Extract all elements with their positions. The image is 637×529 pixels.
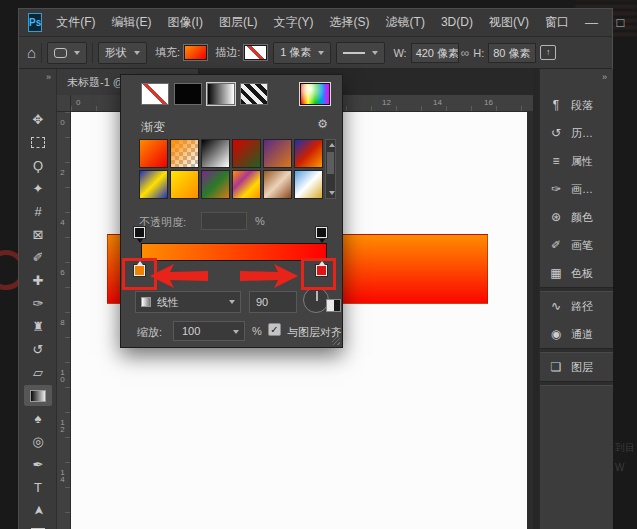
brush-tool[interactable]: ✑ <box>24 293 52 314</box>
dock-item-layers[interactable]: ❏图层 <box>540 353 613 381</box>
right-arrow-icon <box>240 264 298 288</box>
gradient-preset[interactable] <box>201 170 230 199</box>
gradient-preset[interactable] <box>294 139 323 168</box>
dock-item-swatches[interactable]: ▦色板 <box>540 259 613 287</box>
dock-item-label: 历… <box>571 126 593 141</box>
gradient-style-dropdown[interactable]: 线性 <box>135 291 241 313</box>
scroll-down-icon[interactable] <box>329 191 335 195</box>
opacity-stop-right[interactable] <box>316 227 327 238</box>
gradient-preset[interactable] <box>201 139 230 168</box>
dock-item-brushes[interactable]: ✐画笔 <box>540 231 613 259</box>
gradient-preset[interactable] <box>263 170 292 199</box>
solid-fill-button[interactable] <box>174 83 202 105</box>
color-picker-button[interactable] <box>300 83 330 105</box>
height-input[interactable]: 80 像素 <box>488 43 536 63</box>
crop-tool[interactable]: # <box>24 201 52 222</box>
menu-item[interactable]: 图层(L) <box>211 9 266 36</box>
brush-settings-icon: ✑ <box>548 182 564 196</box>
gradient-preset[interactable] <box>170 139 199 168</box>
eraser-tool[interactable]: ▱ <box>24 362 52 383</box>
magic-wand-tool[interactable]: ✦ <box>24 178 52 199</box>
gradient-preset[interactable] <box>232 170 261 199</box>
panel-resize-grip[interactable] <box>332 337 340 345</box>
tool-mode-dropdown[interactable]: 形状 <box>98 42 147 64</box>
dock-item-paths[interactable]: ∿路径 <box>540 292 613 320</box>
history-brush-tool[interactable]: ↺ <box>24 339 52 360</box>
brush-tool-icon: ✑ <box>33 296 44 311</box>
rectangle-tool[interactable] <box>24 523 52 529</box>
ruler-vertical: 024681 01 21 4 <box>57 112 71 529</box>
gradient-fill-button[interactable] <box>207 83 235 105</box>
menu-item[interactable]: 滤镜(T) <box>378 9 433 36</box>
solid-line-icon <box>343 52 365 54</box>
move-tool[interactable]: ✥ <box>24 109 52 130</box>
width-input[interactable]: 420 像素 <box>411 43 459 63</box>
link-dimensions-icon[interactable]: ∞ <box>461 46 470 60</box>
clone-stamp-tool[interactable]: ♜ <box>24 316 52 337</box>
reverse-gradient-icon[interactable] <box>326 299 341 312</box>
gradient-preset[interactable] <box>263 139 292 168</box>
gear-icon[interactable]: ⚙ <box>317 117 328 131</box>
pattern-fill-button[interactable] <box>240 83 268 105</box>
gradient-tool[interactable] <box>24 385 52 406</box>
gradient-preset[interactable] <box>139 170 168 199</box>
healing-brush-tool[interactable]: ✚ <box>24 270 52 291</box>
dock-item-history[interactable]: ↺历… <box>540 119 613 147</box>
menu-item[interactable]: 选择(S) <box>322 9 378 36</box>
watermark-text: 到目W <box>615 438 635 478</box>
scrollbar-thumb[interactable] <box>327 152 334 174</box>
gradient-preset[interactable] <box>232 139 261 168</box>
menu-item[interactable]: 文件(F) <box>48 9 103 36</box>
export-icon[interactable]: ↑ <box>540 45 556 60</box>
gradient-preset[interactable] <box>294 170 323 199</box>
stroke-width-dropdown[interactable]: 1 像素 <box>273 42 331 64</box>
gradient-preset[interactable] <box>170 170 199 199</box>
dock-item-color[interactable]: ⊛颜色 <box>540 203 613 231</box>
maximize-button[interactable]: □ <box>606 9 635 36</box>
dock-item-paragraph[interactable]: ¶段落 <box>540 91 613 119</box>
path-selection-tool[interactable]: ➤ <box>24 500 52 521</box>
window-controls: — □ × <box>577 9 637 36</box>
dock-item-brush-settings[interactable]: ✑画… <box>540 175 613 203</box>
dock-collapse-icon[interactable]: » <box>602 72 607 82</box>
toolbar-collapse-icon[interactable]: » <box>46 72 51 82</box>
stroke-swatch[interactable] <box>244 45 267 60</box>
scale-unit: % <box>252 325 262 337</box>
menu-item[interactable]: 视图(V) <box>481 9 537 36</box>
lasso-tool[interactable]: Ϙ <box>24 155 52 176</box>
tools-toolbar: » ✥Ϙ✦#⊠✐✚✑♜↺▱♠◎✒T➤ <box>19 69 57 529</box>
opacity-stop-left[interactable] <box>134 227 145 238</box>
menu-item[interactable]: 3D(D) <box>433 9 481 36</box>
stroke-type-dropdown[interactable] <box>336 42 385 64</box>
scale-label: 缩放: <box>137 325 162 340</box>
menu-item[interactable]: 编辑(E) <box>104 9 160 36</box>
home-icon[interactable]: ⌂ <box>27 44 36 61</box>
move-tool-icon: ✥ <box>33 112 44 127</box>
presets-scrollbar[interactable] <box>325 139 336 199</box>
menu-item[interactable]: 窗口 <box>537 9 577 36</box>
menu-item[interactable]: 图像(I) <box>160 9 211 36</box>
gradient-angle-input[interactable]: 90 <box>249 291 297 313</box>
no-fill-button[interactable] <box>141 83 169 105</box>
properties-icon: ≡ <box>548 154 564 168</box>
align-with-layer-checkbox[interactable]: ✓ <box>268 323 281 336</box>
scale-input[interactable]: 100 <box>173 321 245 341</box>
dodge-tool[interactable]: ◎ <box>24 431 52 452</box>
menu-item[interactable]: 文字(Y) <box>266 9 322 36</box>
fill-swatch[interactable] <box>184 45 207 60</box>
gradient-editor-bar[interactable] <box>141 243 327 261</box>
gradient-preset[interactable] <box>139 139 168 168</box>
pen-tool[interactable]: ✒ <box>24 454 52 475</box>
scroll-up-icon[interactable] <box>329 143 335 147</box>
tool-preset-dropdown[interactable] <box>47 42 87 64</box>
eyedropper-tool[interactable]: ✐ <box>24 247 52 268</box>
dock-item-channels[interactable]: ◉通道 <box>540 320 613 348</box>
blur-tool[interactable]: ♠ <box>24 408 52 429</box>
frame-tool[interactable]: ⊠ <box>24 224 52 245</box>
marquee-tool[interactable] <box>24 132 52 153</box>
type-tool[interactable]: T <box>24 477 52 498</box>
opacity-input[interactable] <box>201 212 247 230</box>
eyedropper-tool-icon: ✐ <box>33 250 44 265</box>
minimize-button[interactable]: — <box>577 9 606 36</box>
dock-item-properties[interactable]: ≡属性 <box>540 147 613 175</box>
